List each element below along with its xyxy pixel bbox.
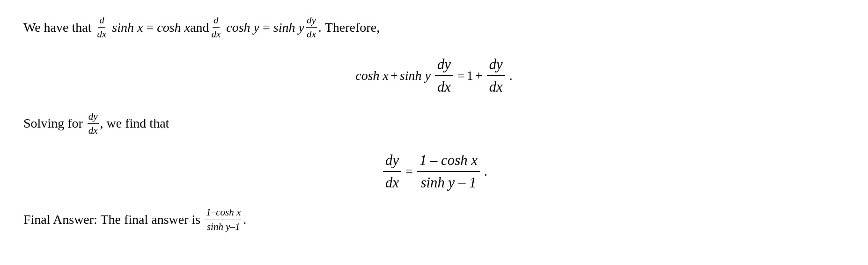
denominator-dx-2: dx	[210, 28, 221, 41]
sinh-y-dy-dx: sinh y	[273, 16, 304, 39]
therefore-text: Therefore,	[325, 16, 380, 39]
dx-den-eq1: dx	[435, 76, 453, 96]
dy-eq2-lhs: dy	[383, 151, 401, 172]
paragraph-3: Final Answer: The final answer is 1–cosh…	[23, 206, 845, 233]
numerator-d-2: d	[213, 14, 220, 28]
and-text: and	[190, 16, 209, 39]
paragraph-2: Solving for dy dx , we find that	[23, 110, 845, 137]
one-eq1: 1	[467, 68, 473, 83]
fraction-dy-dx-inline: dy dx	[306, 14, 317, 41]
equals-2: =	[259, 16, 273, 39]
numerator-d-1: d	[98, 14, 105, 28]
fraction-dy-dx-eq1-2: dy dx	[487, 55, 505, 96]
equals-eq1: =	[457, 68, 465, 83]
period-final: .	[243, 208, 246, 231]
fraction-final-answer: 1–cosh x sinh y–1	[205, 206, 242, 233]
paragraph-1: We have that d dx sinh x = cosh x and d …	[23, 14, 845, 41]
dy-para2: dy	[88, 110, 99, 124]
fraction-dy-dx-para2: dy dx	[88, 110, 99, 137]
dy-num-eq1: dy	[435, 55, 453, 76]
fraction-d-dx-2: d dx	[210, 14, 221, 41]
final-numerator: 1–cosh x	[205, 206, 242, 220]
fraction-dy-dx-eq2-lhs: dy dx	[383, 151, 401, 192]
sinh-y-eq1: sinh y	[400, 68, 431, 83]
period-eq2: .	[484, 164, 487, 179]
denominator-eq2: sinh y – 1	[418, 172, 478, 192]
denominator-dx-3: dx	[306, 28, 317, 41]
final-answer-text: Final Answer: The final answer is	[23, 208, 200, 231]
solving-text: Solving for	[23, 112, 83, 135]
dx-den-eq1-2: dx	[487, 76, 505, 96]
numerator-eq2: 1 – cosh x	[417, 151, 480, 172]
plus-eq1: +	[390, 68, 398, 83]
cosh-x-1: cosh x	[157, 16, 190, 39]
equals-1: =	[143, 16, 157, 39]
equation-2: dy dx = 1 – cosh x sinh y – 1 .	[381, 151, 487, 192]
sinh-x-1: sinh x	[109, 16, 143, 39]
dy-num-eq1-2: dy	[487, 55, 505, 76]
fraction-d-dx-1: d dx	[96, 14, 107, 41]
equals-eq2: =	[405, 164, 413, 179]
period-1: .	[318, 16, 322, 39]
plus2-eq1: +	[475, 68, 483, 83]
cosh-x-eq1: cosh x	[355, 68, 389, 83]
dx-eq2-lhs: dx	[383, 172, 401, 192]
equation-1-block: cosh x + sinh y dy dx = 1 + dy dx .	[23, 55, 845, 96]
period-eq1: .	[509, 68, 513, 83]
numerator-dy: dy	[306, 14, 317, 28]
dx-para2: dx	[88, 124, 99, 137]
fraction-rhs-eq2: 1 – cosh x sinh y – 1	[417, 151, 480, 192]
equation-2-block: dy dx = 1 – cosh x sinh y – 1 .	[23, 151, 845, 192]
fraction-dy-dx-eq1: dy dx	[435, 55, 453, 96]
denominator-dx-1: dx	[96, 28, 107, 41]
text-we-have: We have that	[23, 16, 91, 39]
cosh-y-1: cosh y	[223, 16, 259, 39]
equation-1: cosh x + sinh y dy dx = 1 + dy dx .	[355, 55, 512, 96]
we-find-that-text: , we find that	[100, 112, 169, 135]
final-denominator: sinh y–1	[206, 220, 241, 233]
